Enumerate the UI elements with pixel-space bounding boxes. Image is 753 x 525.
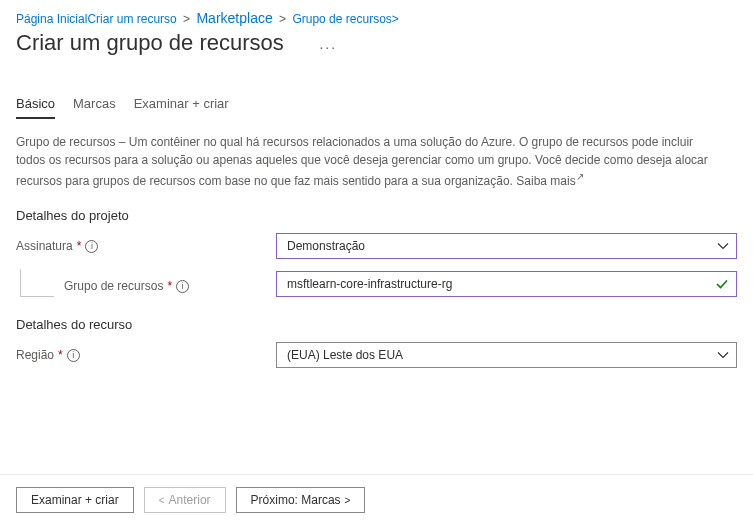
info-icon[interactable]: i [67,349,80,362]
page-title: Criar um grupo de recursos [0,24,300,55]
description: Grupo de recursos – Um contêiner no qual… [0,119,753,190]
subscription-select[interactable]: Demonstração [276,233,737,259]
row-resource-group: Grupo de recursos * i msftlearn-core-inf… [0,261,753,299]
chevron-left-icon: < [159,495,165,506]
subscription-value: Demonstração [287,239,365,253]
info-icon[interactable]: i [85,240,98,253]
tabs: Básico Marcas Examinar + criar [0,56,753,119]
required-indicator: * [77,239,82,253]
indent-connector [20,269,54,297]
tab-tags[interactable]: Marcas [73,96,116,119]
review-create-button[interactable]: Examinar + criar [16,487,134,513]
region-select[interactable]: (EUA) Leste dos EUA [276,342,737,368]
info-icon[interactable]: i [176,280,189,293]
row-region: Região * i (EUA) Leste dos EUA [0,340,753,370]
external-link-icon: ↗ [576,171,584,182]
title-row: Criar um grupo de recursos ··· [0,30,753,56]
description-text: Grupo de recursos – Um contêiner no qual… [16,135,708,188]
learn-more-link[interactable]: Saiba mais↗ [516,174,583,188]
label-subscription: Assinatura * i [16,239,276,253]
label-resource-group: Grupo de recursos * i [64,279,189,297]
section-project-details: Detalhes do projeto [0,190,753,231]
required-indicator: * [58,348,63,362]
breadcrumb-current: Grupo de recursos> [292,12,398,26]
tab-review[interactable]: Examinar + criar [134,96,229,119]
chevron-right-icon: > [345,495,351,506]
tab-basic[interactable]: Básico [16,96,55,119]
next-button[interactable]: Próximo: Marcas > [236,487,366,513]
resource-group-input[interactable]: msftlearn-core-infrastructure-rg [276,271,737,297]
label-region: Região * i [16,348,276,362]
footer: Examinar + criar < Anterior Próximo: Mar… [0,474,753,525]
row-subscription: Assinatura * i Demonstração [0,231,753,261]
required-indicator: * [167,279,172,293]
resource-group-value: msftlearn-core-infrastructure-rg [287,277,452,291]
section-resource-details: Detalhes do recurso [0,299,753,340]
region-value: (EUA) Leste dos EUA [287,348,403,362]
more-actions-icon[interactable]: ··· [319,39,337,55]
previous-button: < Anterior [144,487,226,513]
